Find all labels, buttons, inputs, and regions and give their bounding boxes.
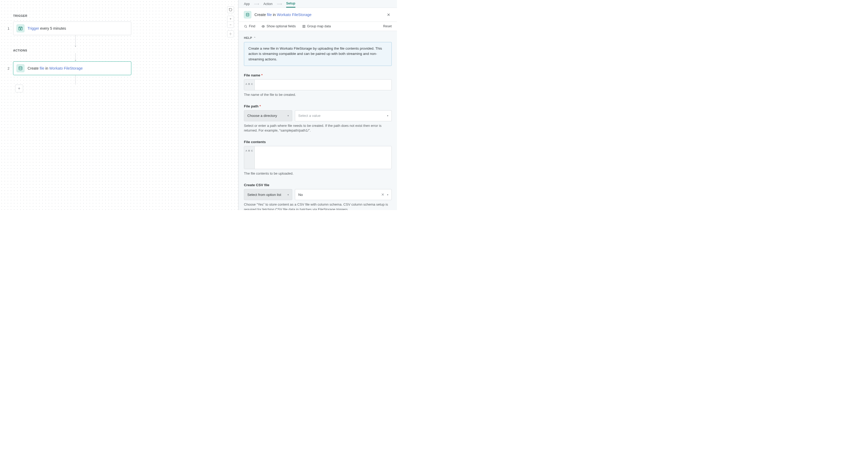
clear-icon[interactable]: ✕ [381,192,384,197]
show-optional-button[interactable]: Show optional fields [261,24,296,28]
create-csv-help: Choose “Yes” to store content as a CSV f… [244,202,392,210]
file-name-input[interactable] [255,80,392,90]
field-file-path: File path * Choose a directory ▾ Select … [244,104,392,133]
trigger-section-label: TRIGGER [13,14,131,17]
help-text: Create a new file in Workato FileStorage… [244,42,392,66]
file-name-label: File name * [244,73,392,77]
fit-button[interactable] [227,30,234,37]
type-badge-text: A B C [244,80,255,90]
undo-button[interactable] [227,6,234,13]
crumb-setup[interactable]: Setup [286,0,296,8]
svg-rect-7 [303,25,304,28]
setup-form: HELP ⌃ Create a new file in Workato File… [239,31,397,210]
step-number: 2 [6,66,9,70]
eye-icon [261,25,265,28]
choose-directory-button[interactable]: Choose a directory ▾ [244,110,292,121]
connector-1: ▾ [20,35,131,47]
filestorage-icon [17,64,24,72]
columns-icon [302,25,306,28]
file-contents-label: File contents [244,140,392,144]
file-path-label: File path * [244,104,392,108]
chevron-down-icon: ▾ [287,114,289,117]
zoom-in-button[interactable]: + [227,16,234,22]
trigger-link: Trigger [28,26,40,30]
close-button[interactable] [385,11,392,18]
file-contents-input[interactable] [255,146,392,169]
chevron-down-icon: ▾ [387,114,388,117]
csv-value-select[interactable]: No ✕ ▾ [295,189,392,200]
svg-point-6 [263,26,264,27]
breadcrumb: App ⟶ Action ⟶ Setup [239,0,397,8]
svg-rect-8 [304,25,305,28]
crumb-action[interactable]: Action [264,1,273,7]
svg-point-3 [19,66,22,68]
file-path-help: Select or enter a path where file needs … [244,123,392,133]
field-file-name: File name * A B C The name of the file t… [244,73,392,97]
workflow-canvas[interactable]: + − TRIGGER 1 Trigger every 5 minutes ▾ … [0,0,239,210]
svg-point-0 [230,34,231,34]
canvas-tools: + − [227,6,234,37]
connector-2: ▾ [20,53,131,61]
scheduler-icon [17,24,24,32]
reset-button[interactable]: Reset [383,24,392,28]
svg-point-4 [246,13,249,14]
config-panel: App ⟶ Action ⟶ Setup Create file in Work… [239,0,397,210]
crumb-app[interactable]: App [244,1,250,7]
actions-section-label: ACTIONS [13,49,131,52]
field-file-contents: File contents A B C The file contents to… [244,140,392,176]
type-badge-text: A B C [244,146,255,169]
file-contents-input-wrap: A B C [244,146,392,169]
trigger-step-card[interactable]: Trigger every 5 minutes [13,22,131,35]
panel-header: Create file in Workato FileStorage [239,8,397,22]
file-name-help: The name of the file to be created. [244,92,392,97]
trigger-step-text: Trigger every 5 minutes [28,26,66,30]
flow-column: TRIGGER 1 Trigger every 5 minutes ▾ ACTI… [0,0,131,92]
file-path-select[interactable]: Select a value ▾ [295,110,392,121]
step-row-1: 1 Trigger every 5 minutes [6,22,131,35]
connector-3 [20,75,131,85]
file-contents-help: The file contents to be uploaded. [244,171,392,176]
chevron-down-icon: ▾ [287,193,289,196]
chevron-down-icon: ▾ [387,193,388,196]
file-name-input-wrap: A B C [244,79,392,90]
search-icon [244,25,247,28]
find-button[interactable]: Find [244,24,255,28]
help-toggle[interactable]: HELP ⌃ [244,36,392,39]
field-create-csv: Create CSV file Select from option list … [244,183,392,210]
group-map-button[interactable]: Group map data [302,24,331,28]
step-row-2: 2 Create file in Workato FileStorage [6,61,131,75]
add-step-button[interactable]: + [15,85,23,92]
zoom-group: + − [227,16,234,28]
chevron-up-icon: ⌃ [254,36,256,39]
panel-title: Create file in Workato FileStorage [254,12,311,17]
csv-option-button[interactable]: Select from option list ▾ [244,189,292,200]
chevron-right-icon: ⟶ [254,2,259,6]
step-number: 1 [6,27,9,30]
panel-toolbar: Find Show optional fields Group map data… [239,22,397,31]
zoom-out-button[interactable]: − [227,22,234,28]
action-step-text: Create file in Workato FileStorage [28,66,83,70]
action-step-card[interactable]: Create file in Workato FileStorage [13,61,131,75]
create-csv-label: Create CSV file [244,183,392,187]
filestorage-icon [244,11,251,19]
svg-point-5 [244,25,247,27]
chevron-right-icon: ⟶ [277,2,282,6]
